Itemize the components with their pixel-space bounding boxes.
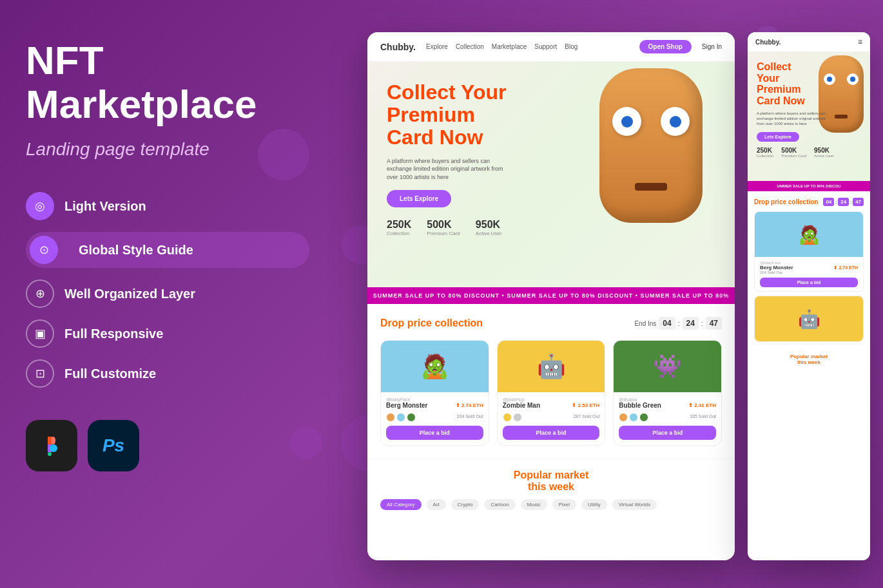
nft-card-bubble-green: 👾 @bluboo Bubble Green ⬆ 2.41 ETH [613,340,722,446]
subtitle: Landing page template [26,139,309,160]
nav-link-collection[interactable]: Collection [456,43,484,50]
mobile-stat-label: Premium Card [781,154,806,158]
drop-title: Drop price collection [380,318,483,329]
nft-name-1: Berg Monster ⬆ 2.74 ETH [386,402,483,409]
svg-point-5 [50,444,57,452]
feature-full-customize: ⊡ Full Customize [26,359,309,388]
mobile-nft-card-2: 🤖 [754,296,864,342]
mobile-nft-row: Berg Monster ⬆ 2.74 ETH [760,265,858,270]
nav-link-blog[interactable]: Blog [565,43,577,50]
nft-price-2: ⬆ 2.53 ETH [572,403,599,408]
mini-avatar [639,413,648,422]
nav-link-marketplace[interactable]: Marketplace [492,43,527,50]
mobile-hero-desc: A platform where buyers and sellers can … [757,111,834,126]
cat-tab-art[interactable]: Art [427,499,446,510]
mobile-stat-num: 500K [781,147,806,154]
bid-button-1[interactable]: Place a bid [386,426,483,440]
stat-collection: 250K Collection [387,219,411,236]
feature-icon-wrap: ⊕ [26,280,54,308]
mini-avatar [396,413,405,422]
hero-title: Collect Your Premium Card Now [387,81,567,149]
mobile-stat-premium: 500K Premium Card [781,147,806,158]
main-title: NFT Marketplace [26,39,309,126]
mini-avatar [619,413,628,422]
features-list: ◎ Light Version ⊙ Global Style Guide ⊕ W… [26,192,309,388]
nav-brand: Chubby. [380,42,416,52]
cat-tab-virtual-worlds[interactable]: Virtual Worlds [612,499,657,510]
svg-rect-3 [48,452,52,456]
nft-price-1: ⬆ 2.74 ETH [456,403,483,408]
tool-icons: Ps [26,420,309,471]
nft-image-1: 🧟 [381,341,489,392]
mini-avatar [629,413,638,422]
mobile-nft-image-2: 🤖 [755,296,863,341]
hero-cta-button[interactable]: Lets Explore [387,190,451,207]
desktop-nav: Chubby. Explore Collection Marketplace S… [367,32,735,62]
left-panel: NFT Marketplace Landing page template ◎ … [26,39,309,471]
nft-owner-2: @plobFlup [503,397,600,402]
mobile-nft-price: ⬆ 2.74 ETH [833,265,858,270]
nft-image-2: 🤖 [498,341,605,392]
nft-name-3: Bubble Green ⬆ 2.41 ETH [619,402,716,409]
sale-banner: SUMMER SALE UP TO 80% DISCOUNT • SUMMER … [367,287,735,304]
svg-rect-1 [48,437,52,444]
desktop-preview: Chubby. Explore Collection Marketplace S… [367,32,735,560]
nft-info-2: @plobFlup Zombie Man ⬆ 2.53 ETH 287 Sold… [498,392,605,445]
cat-tab-cartoon[interactable]: Cartoon [484,499,515,510]
bid-button-3[interactable]: Place a bid [619,426,716,440]
timer-sep: : [678,320,680,327]
cat-tab-all[interactable]: All Category [380,499,422,510]
svg-rect-4 [52,437,55,444]
nft-sold-row-2: 287 Sold Out [503,410,600,422]
nav-links: Explore Collection Marketplace Support B… [426,43,629,50]
mobile-popular: Popular market this week [748,348,870,370]
cat-tab-crypto[interactable]: Crypto [451,499,480,510]
sold-count-2: 287 Sold Out [573,414,599,419]
global-style-icon: ⊙ [39,243,49,257]
mobile-bid-button[interactable]: Place a bid [760,278,858,287]
nft-cards: 🧟 @blatyFace Berg Monster ⬆ 2.74 ETH [380,340,722,446]
end-ins-label: End Ins [634,320,656,327]
stat-premium: 500K Premium Card [427,219,460,236]
mobile-drop-title: Drop price collection [754,198,818,205]
responsive-icon: ▣ [35,327,46,341]
feature-label-organized: Well Organized Layer [64,287,195,301]
popular-title: Popular market this week [380,469,722,493]
feature-light-version: ◎ Light Version [26,192,309,220]
layers-icon: ⊕ [35,287,45,301]
stat-num: 950K [476,219,502,231]
nft-image-3: 👾 [614,341,721,392]
mobile-hero-title: Collect Your Premium Card Now [757,61,828,106]
cat-tab-pixel[interactable]: Pixel [552,499,576,510]
mobile-hero-cta-button[interactable]: Lets Explore [757,132,799,142]
timer-seconds: 47 [706,317,722,330]
mobile-nft-info: @blatyFace Berg Monster ⬆ 2.74 ETH 204 S… [755,257,863,291]
nft-info-1: @blatyFace Berg Monster ⬆ 2.74 ETH 204 S… [381,392,489,445]
nav-open-shop-button[interactable]: Open Shop [639,40,692,53]
mobile-sale-banner: UMMER SALE UP TO 80% DISCOU [748,181,870,191]
drop-section: Drop price collection End Ins 04 : 24 : … [367,304,735,459]
light-version-icon: ◎ [35,199,45,213]
drop-header: Drop price collection End Ins 04 : 24 : … [380,317,722,330]
nft-card-berg-monster: 🧟 @blatyFace Berg Monster ⬆ 2.74 ETH [380,340,489,446]
mobile-nft-name: Berg Monster [760,265,793,270]
timer-sep: : [701,320,703,327]
mobile-stat-collection: 250K Collection [757,147,773,158]
nft-price-3: ⬆ 2.41 ETH [688,403,716,408]
cat-tab-utility[interactable]: Utility [581,499,607,510]
popular-section: Popular market this week All Category Ar… [367,459,735,517]
stat-num: 250K [387,219,411,231]
nav-link-explore[interactable]: Explore [426,43,448,50]
hamburger-icon[interactable]: ≡ [858,37,862,46]
nft-name-2: Zombie Man ⬆ 2.53 ETH [503,402,600,409]
feature-icon-wrap: ⊙ [30,236,58,264]
stat-label: Active User [476,231,502,236]
stat-label: Collection [387,231,411,236]
mobile-nft-image: 🧟 [755,212,863,257]
cat-tab-music[interactable]: Music [521,499,547,510]
bid-button-2[interactable]: Place a bid [503,426,600,440]
nav-link-support[interactable]: Support [534,43,557,50]
nav-signin-link[interactable]: Sign In [702,43,722,50]
sold-count-1: 204 Sold Out [457,414,483,419]
timer: End Ins 04 : 24 : 47 [634,317,722,330]
